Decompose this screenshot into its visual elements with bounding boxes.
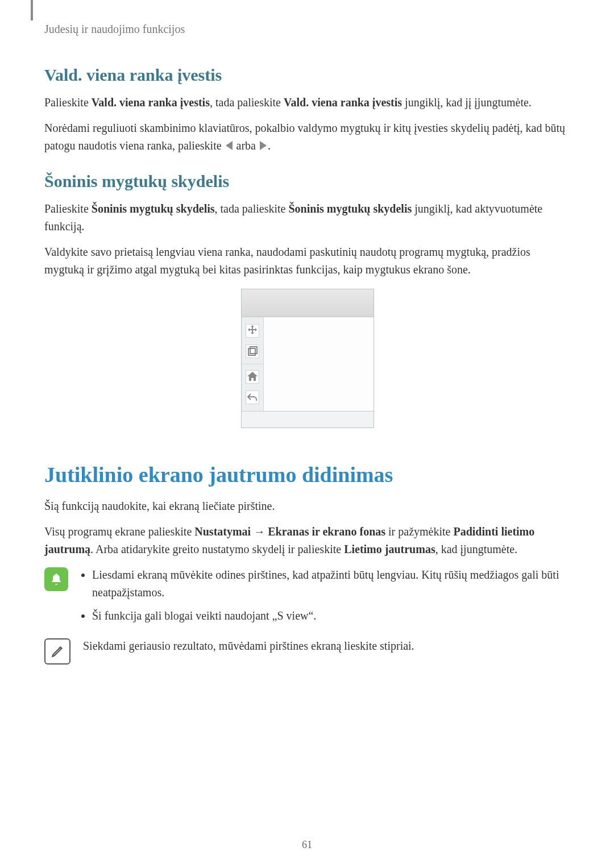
paragraph: Palieskite Vald. viena ranka įvestis, ta… (44, 94, 570, 111)
paragraph: Šią funkciją naudokite, kai ekraną lieči… (44, 497, 570, 515)
page-number: 61 (0, 839, 614, 851)
subheading-side-key-panel: Šoninis mygtukų skydelis (44, 172, 570, 191)
alert-text: Liesdami ekraną mūvėkite odines pirštine… (81, 566, 570, 630)
svg-rect-0 (248, 348, 255, 355)
page-tab-marker (31, 0, 33, 20)
note-pencil-icon (44, 638, 70, 665)
svg-rect-1 (250, 347, 257, 354)
heading-touch-sensitivity: Jutiklinio ekrano jautrumo didinimas (44, 462, 570, 487)
recent-apps-icon (246, 344, 259, 358)
subheading-one-hand-input: Vald. viena ranka įvestis (44, 65, 570, 85)
side-key-illustration (241, 289, 373, 428)
paragraph: Norėdami reguliuoti skambinimo klaviatūr… (44, 119, 570, 155)
note-text: Siekdami geriausio rezultato, mūvėdami p… (83, 637, 570, 655)
paragraph: Visų programų ekrane palieskite Nustatym… (44, 523, 570, 558)
triangle-left-icon (226, 141, 233, 150)
triangle-right-icon (260, 141, 267, 150)
move-icon (246, 324, 259, 338)
alert-bell-icon (44, 567, 68, 591)
home-icon (246, 370, 259, 384)
breadcrumb: Judesių ir naudojimo funkcijos (44, 23, 570, 36)
back-icon (246, 391, 259, 404)
paragraph: Palieskite Šoninis mygtukų skydelis, tad… (44, 200, 570, 235)
paragraph: Valdykite savo prietaisą lengviau viena … (44, 243, 570, 279)
